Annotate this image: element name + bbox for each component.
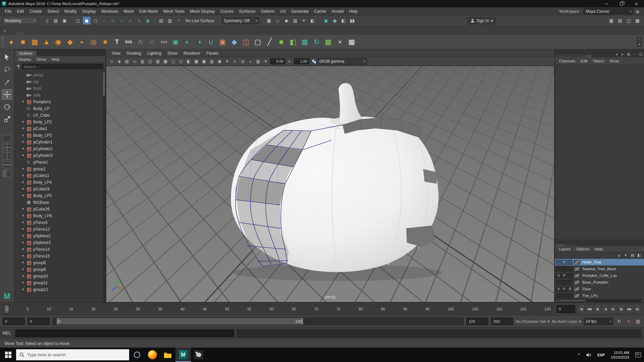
scale-tool-button[interactable] xyxy=(2,114,12,125)
shelf-tab[interactable] xyxy=(60,32,68,35)
expand-icon[interactable] xyxy=(21,167,25,171)
layer-editor-menu-item[interactable]: Help xyxy=(592,246,605,252)
menu-item[interactable]: UV xyxy=(277,8,288,15)
clock-button[interactable]: 10:51 AM 10/10/2019 xyxy=(608,348,632,362)
pause-icon[interactable]: ▮▮ xyxy=(348,17,356,24)
layer-color-swatch[interactable] xyxy=(574,294,580,298)
shelf-star-icon[interactable]: ★ xyxy=(99,36,111,48)
range-slider-track[interactable]: 0 120 xyxy=(52,317,464,325)
shelf-separate-icon[interactable]: ◐ xyxy=(181,36,193,48)
expand-icon[interactable] xyxy=(21,174,25,178)
frame-all-icon[interactable]: ◉ xyxy=(216,58,223,65)
motion-blur-icon[interactable]: ◒ xyxy=(247,58,254,65)
field-chart-icon[interactable]: ▩ xyxy=(193,58,200,65)
outliner-item[interactable]: pCylinder2 xyxy=(14,145,105,152)
viewport-menu-item[interactable]: Lighting xyxy=(144,50,164,57)
open-scene-icon[interactable]: ▨ xyxy=(52,17,60,24)
go-to-end-button[interactable]: ▶| xyxy=(634,305,641,313)
film-gate-icon[interactable]: ▢ xyxy=(170,58,177,65)
channel-box-menu-item[interactable]: Edit xyxy=(578,58,590,64)
menu-item[interactable]: Mesh xyxy=(121,8,137,15)
2d-pan-zoom-icon[interactable]: ◫ xyxy=(147,58,154,65)
toolbar-separator[interactable] xyxy=(153,17,156,24)
command-result[interactable] xyxy=(237,329,641,337)
outliner-item[interactable]: Body_LP4 xyxy=(14,179,105,186)
layer-display-toggle[interactable] xyxy=(568,273,573,278)
select-component-icon[interactable]: ◻ xyxy=(92,17,99,24)
layer-row[interactable]: V P Pumpkin_Coffe_Lay xyxy=(555,272,644,279)
sign-in-button[interactable]: Sign In ▾ xyxy=(468,17,496,24)
select-object-icon[interactable]: ◼ xyxy=(83,17,91,24)
expand-icon[interactable] xyxy=(21,154,25,158)
viewport-menu-item[interactable]: Renderer xyxy=(180,50,203,57)
outliner-item[interactable]: pCube11 xyxy=(14,172,105,179)
make-live-icon[interactable]: ◉ xyxy=(144,17,152,24)
exposure-field[interactable]: 0.00 xyxy=(270,58,285,64)
expand-icon[interactable] xyxy=(21,100,25,104)
shelf-torus-icon[interactable]: ◎ xyxy=(88,36,99,48)
shelf-tab[interactable] xyxy=(31,32,38,35)
shelf-quad-draw-icon[interactable]: ■ xyxy=(275,36,287,48)
play-forwards-button[interactable]: ▶ xyxy=(609,305,617,313)
shelf-overflow-up-icon[interactable]: ^ xyxy=(637,37,642,42)
new-layer-from-selected-icon[interactable]: ◧ xyxy=(636,253,642,258)
symmetry-select[interactable]: Symmetry: Off ▾ xyxy=(222,17,259,24)
chevron-right-icon[interactable]: ▸ xyxy=(620,51,625,57)
chevron-left-icon[interactable]: ◂ xyxy=(614,51,619,57)
shelf-uv-icon[interactable]: ▦ xyxy=(299,36,311,48)
shelf-tab[interactable] xyxy=(53,32,60,35)
expand-icon[interactable] xyxy=(21,207,25,211)
ao-icon[interactable]: ◎ xyxy=(239,58,246,65)
viewport-3d[interactable]: persp xyxy=(106,66,554,302)
layer-playback-toggle[interactable] xyxy=(562,266,567,272)
layer-playback-toggle[interactable] xyxy=(562,280,567,285)
colorspace-select[interactable]: sRGB gamma ▾ xyxy=(317,58,367,65)
shelf-tab[interactable] xyxy=(16,32,23,35)
lasso-tool-button[interactable] xyxy=(2,64,12,75)
outliner-item[interactable]: pSphere3 xyxy=(14,239,105,246)
channel-sliders-icon[interactable]: ▤ xyxy=(626,51,631,57)
select-hierarchy-icon[interactable]: ◫ xyxy=(74,17,82,24)
layer-color-swatch[interactable] xyxy=(574,260,580,264)
shelf-mirror-icon[interactable]: ↻ xyxy=(311,36,322,48)
taskbar-search[interactable] xyxy=(16,349,129,360)
expand-icon[interactable] xyxy=(21,268,25,272)
ipr-render-icon[interactable]: ◉ xyxy=(331,17,338,24)
menu-item[interactable]: File xyxy=(2,8,14,15)
scrollbar-thumb[interactable] xyxy=(103,72,105,96)
outliner-item[interactable]: group11 xyxy=(14,280,105,286)
textured-display-icon[interactable]: ▨ xyxy=(291,17,299,24)
shelf-smooth-cube-icon[interactable]: ▩ xyxy=(29,36,41,48)
menu-item[interactable]: Display xyxy=(79,8,99,15)
taskbar-app-button-2[interactable] xyxy=(191,348,206,362)
layer-editor-hscrollbar[interactable]: ◂ ▸ xyxy=(555,299,644,302)
gamma-icon[interactable]: ◐ xyxy=(286,58,293,65)
lock-camera-icon[interactable]: ◈ xyxy=(116,58,123,65)
shelf-cube-icon[interactable]: ■ xyxy=(17,36,29,48)
layer-visibility-toggle[interactable] xyxy=(556,280,561,285)
taskbar-search-input[interactable] xyxy=(27,352,126,357)
channel-box-menu-item[interactable]: Show xyxy=(607,58,622,64)
shelf-overflow-down-icon[interactable]: ▾ xyxy=(637,42,642,47)
construction-history-icon[interactable]: ◔ xyxy=(175,17,182,24)
channel-hyper-icon[interactable]: ◫ xyxy=(638,51,643,57)
layer-playback-toggle[interactable]: P xyxy=(562,273,567,278)
sidebar-tab[interactable] xyxy=(555,55,586,57)
shelf-uv-editor-icon[interactable]: ▦ xyxy=(346,36,358,48)
step-forward-frame-button[interactable]: ▶▶ xyxy=(626,305,633,313)
select-tool-button[interactable] xyxy=(2,52,12,63)
shelf-extract-icon[interactable]: ◑ xyxy=(193,36,205,48)
layer-color-swatch[interactable] xyxy=(574,274,580,278)
outliner-item[interactable]: Body_LP2 xyxy=(14,119,105,125)
layer-display-toggle[interactable]: R xyxy=(568,287,573,292)
layer-row[interactable]: P Hotel_Tree xyxy=(555,259,644,265)
shelf-cone-icon[interactable]: ▲ xyxy=(41,36,52,48)
menu-item[interactable]: Help xyxy=(346,8,360,15)
menu-item[interactable]: Arnold xyxy=(329,8,346,15)
image-plane-icon[interactable]: ▥ xyxy=(139,58,146,65)
shelf-make-live-icon[interactable]: ∩ xyxy=(135,36,146,48)
step-back-key-button[interactable]: ◀| xyxy=(593,305,601,313)
outliner-item[interactable]: pCube1 xyxy=(14,125,105,132)
shelf-boolean-icon[interactable]: ∪ xyxy=(205,36,217,48)
layer-display-toggle[interactable] xyxy=(568,280,573,285)
